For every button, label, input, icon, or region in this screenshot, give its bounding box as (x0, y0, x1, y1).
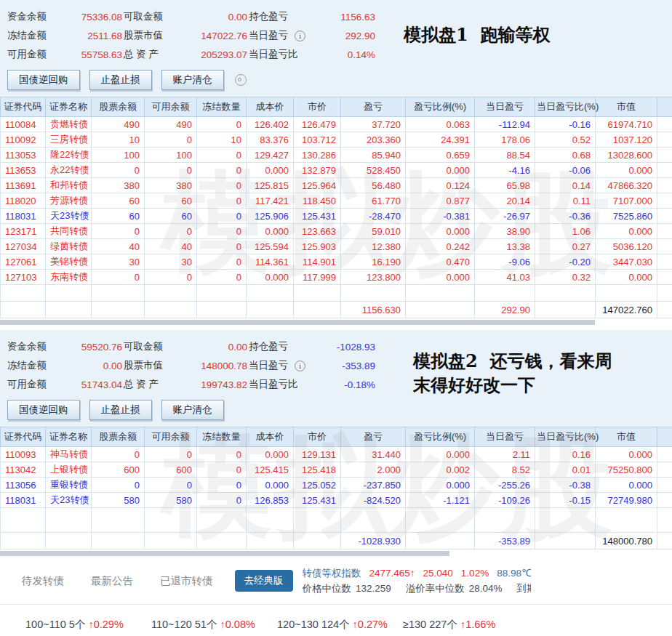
table-cell: 0 (92, 224, 145, 239)
column-header: 股票余额 (92, 97, 145, 117)
table-cell (341, 508, 406, 533)
table-row[interactable]: 118031天23转债5805800126.853125.431-824.520… (1, 493, 672, 508)
gear-dot-icon (238, 78, 241, 81)
stop-profit-loss-button[interactable]: 止盈止损 (89, 400, 152, 420)
classic-version-button[interactable]: 去经典版 (235, 570, 293, 592)
summary-label: 可取金额 (124, 10, 163, 23)
summary-label: 冻结金额 (7, 29, 47, 42)
column-header: 盈亏 (341, 97, 406, 117)
table-cell: 380 (92, 178, 145, 193)
table-cell: 绿茵转债 (46, 239, 92, 254)
gear-icon[interactable] (235, 74, 247, 86)
table-cell-spacer (657, 117, 672, 132)
table-cell: 37.720 (341, 117, 406, 132)
table-cell: 103.712 (294, 132, 341, 148)
column-header: 市价 (294, 97, 341, 117)
table-row[interactable]: 127103东南转债0000.000117.999123.8000.00041.… (1, 270, 672, 285)
summary-item: 总 资 产205293.07 (124, 45, 247, 64)
table-row[interactable]: 127061美锦转债30300114.361114.90116.1900.470… (1, 254, 672, 270)
repo-button[interactable]: 国债逆回购 (7, 400, 80, 420)
column-header: 当日盈亏比(%) (535, 427, 596, 447)
column-header: 可用余额 (145, 97, 197, 117)
price-range-change: ↑1.66% (460, 619, 495, 630)
index-temperature: 88.98℃ (497, 568, 530, 579)
column-header: 当日盈亏 (475, 97, 535, 117)
table-cell (46, 508, 92, 533)
table-cell (197, 285, 247, 302)
summary-item: 当日盈亏i292.90 (249, 26, 375, 45)
summary-item: 总 资 产199743.82 (124, 375, 247, 394)
summary-label: 可用金额 (7, 48, 47, 61)
table-row[interactable]: 113691和邦转债3803800125.815125.96456.4800.1… (1, 178, 672, 193)
equal-weight-index-line: 转债等权指数2477.465↑25.0401.02%88.98℃ (303, 565, 531, 581)
ytm-label-clipped: 到期收 (517, 583, 531, 594)
stop-profit-loss-button[interactable]: 止盈止损 (89, 70, 152, 90)
table-cell: 芳源转债 (46, 193, 92, 209)
table-cell: -9.06 (475, 254, 535, 270)
table-cell: -26.97 (475, 209, 535, 224)
clear-account-button[interactable]: 账户清仓 (161, 70, 224, 90)
table-row[interactable]: 118031天23转债60600125.906125.431-28.470-0.… (1, 209, 672, 224)
table-cell: 203.360 (341, 132, 406, 148)
table-cell: -0.15 (535, 493, 596, 508)
summary-label: 持仓盈亏 (249, 10, 288, 23)
table-cell: 0 (92, 270, 145, 285)
info-icon[interactable]: i (295, 361, 305, 371)
table-cell-spacer (657, 209, 672, 224)
table-cell: 10 (197, 132, 247, 148)
table-cell-spacer (657, 163, 672, 178)
table-row[interactable]: 113042上银转债6006000125.415125.4182.0000.00… (1, 462, 672, 478)
table-cell: 0 (197, 270, 247, 285)
empty-row (1, 508, 672, 533)
table-row[interactable]: 113653永22转债0000.000132.879528.4500.000-4… (1, 163, 672, 178)
table-cell: 123.800 (341, 270, 406, 285)
horizontal-scrollbar[interactable] (0, 320, 595, 325)
column-header: 成本价 (247, 97, 294, 117)
table-row[interactable]: 123171共同转债0000.000123.66359.0100.00038.9… (1, 224, 672, 239)
column-header: 盈亏比例(%) (406, 97, 475, 117)
horizontal-scrollbar[interactable] (0, 551, 449, 556)
table-cell: 贵燃转债 (46, 117, 92, 132)
table-row[interactable]: 113056重银转债0000.000125.052-237.8500.000-2… (1, 478, 672, 493)
table-cell (475, 508, 535, 533)
column-header: 成本价 (247, 427, 294, 447)
table-cell: 47866.320 (596, 178, 657, 193)
tab-pending-bonds[interactable]: 待发转债 (22, 574, 64, 588)
column-header: 当日盈亏 (475, 427, 535, 447)
account-summary-2: 资金余额59520.76可取金额0.00持仓盈亏-1028.93冻结金额0.00… (0, 330, 672, 427)
table-cell (341, 285, 406, 302)
table-cell: 0 (197, 493, 247, 508)
repo-button[interactable]: 国债逆回购 (7, 70, 80, 90)
table-cell (92, 302, 145, 318)
total-pl: 1156.630 (341, 302, 406, 318)
table-cell (657, 508, 672, 533)
table-cell: 1037.120 (596, 132, 657, 148)
total-daily-pl: 292.90 (475, 302, 535, 318)
table-cell: 114.901 (294, 254, 341, 270)
summary-value: 75336.08 (81, 12, 122, 23)
summary-value: -0.18% (344, 379, 375, 390)
table-row[interactable]: 127034绿茵转债40400125.594125.90312.3800.242… (1, 239, 672, 254)
tab-latest-announcements[interactable]: 最新公告 (91, 574, 133, 588)
summary-label: 当日盈亏 (249, 29, 288, 42)
table-cell: 0 (145, 224, 197, 239)
summary-value: 59520.76 (81, 342, 122, 353)
table-cell: 60 (145, 209, 197, 224)
table-row[interactable]: 113053隆22转债1001000129.427130.28685.9400.… (1, 148, 672, 163)
clear-account-button[interactable]: 账户清仓 (161, 400, 224, 420)
table-cell (406, 533, 475, 550)
table-cell: 178.06 (475, 132, 535, 148)
table-cell: 0 (197, 163, 247, 178)
column-header: 市价 (294, 427, 341, 447)
table-cell (1, 302, 46, 318)
table-cell (247, 285, 294, 302)
table-row[interactable]: 110084贵燃转债4904900126.402126.47937.7200.0… (1, 117, 672, 132)
info-icon[interactable]: i (295, 31, 305, 41)
index-label[interactable]: 转债等权指数 (303, 568, 361, 579)
table-row[interactable]: 118020芳源转债60600117.421118.45061.7700.877… (1, 193, 672, 209)
table-row[interactable]: 110092三房转债1001083.376103.712203.36024.39… (1, 132, 672, 148)
table-cell: 129.427 (247, 148, 294, 163)
table-cell: 0.000 (247, 270, 294, 285)
table-row[interactable]: 110093神马转债0000.000129.13131.4400.0002.11… (1, 447, 672, 462)
tab-delisted-bonds[interactable]: 已退市转债 (160, 574, 213, 588)
